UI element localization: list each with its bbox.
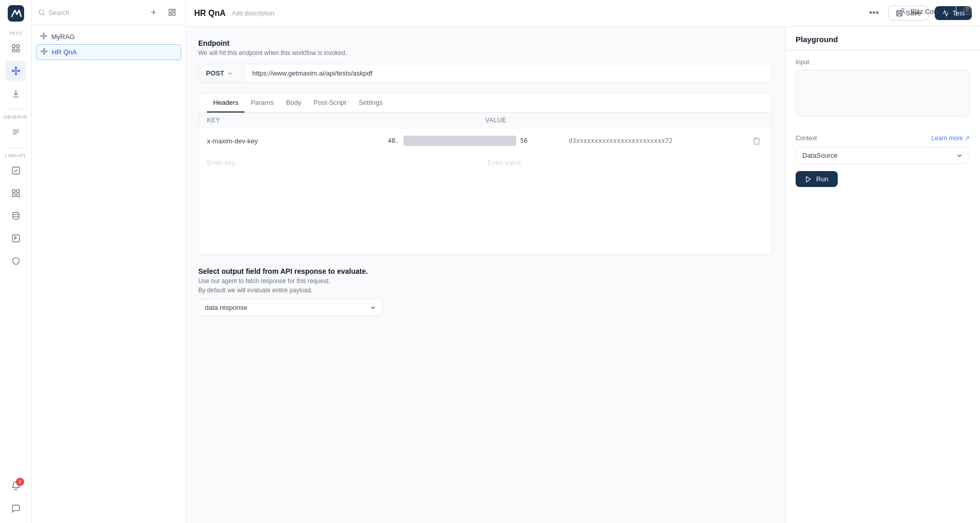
- output-field-label: data.response: [205, 304, 247, 311]
- notification-badge-count: 3: [16, 478, 24, 486]
- playground-title: Playground: [796, 35, 970, 44]
- svg-point-36: [46, 35, 47, 36]
- add-item-button[interactable]: [146, 5, 161, 20]
- search-icon: [38, 9, 45, 16]
- method-label: POST: [206, 69, 224, 77]
- global-topbar: Blitz Corp: [890, 0, 980, 23]
- app-logo: [7, 4, 25, 23]
- endpoint-url-input[interactable]: [245, 64, 772, 82]
- svg-point-45: [46, 51, 47, 52]
- svg-rect-19: [16, 190, 19, 192]
- more-options-button[interactable]: •••: [866, 6, 882, 21]
- tab-settings[interactable]: Settings: [352, 94, 389, 113]
- tree-item-hrqna-label: HR QnA: [52, 48, 77, 56]
- endpoint-desc: We will hit this endpoint when this work…: [198, 49, 772, 57]
- sidebar-grid-icon[interactable]: [6, 183, 26, 203]
- svg-point-44: [41, 51, 42, 52]
- file-sidebar: MyRAG HR QnA: [32, 0, 186, 523]
- sidebar-test-icon[interactable]: [6, 38, 26, 59]
- sidebar-db-icon[interactable]: [6, 206, 26, 226]
- svg-point-34: [43, 38, 44, 39]
- search-wrapper: [38, 9, 142, 16]
- sidebar-messages-icon[interactable]: [6, 498, 26, 519]
- org-name: Blitz Corp: [911, 8, 939, 15]
- svg-rect-2: [16, 45, 19, 47]
- delete-header-button[interactable]: [749, 134, 764, 148]
- sidebar-shield-icon[interactable]: [6, 251, 26, 271]
- svg-point-8: [12, 70, 13, 72]
- sidebar-observe-logs-icon[interactable]: [6, 122, 26, 142]
- table-header-row: Key Value: [199, 113, 772, 128]
- right-panel-header: Playground: [785, 27, 980, 50]
- svg-point-9: [18, 70, 20, 72]
- svg-line-25: [43, 14, 45, 15]
- sidebar-notification-icon[interactable]: 3: [6, 476, 26, 496]
- output-chevron-icon: [369, 304, 376, 311]
- tab-body[interactable]: Body: [280, 94, 308, 113]
- run-button[interactable]: Run: [796, 171, 838, 187]
- method-select[interactable]: POST: [199, 64, 245, 82]
- output-desc1: Use our agent to fetch response for this…: [198, 277, 772, 285]
- table-empty-space: [199, 172, 772, 254]
- tab-headers[interactable]: Headers: [207, 94, 244, 113]
- library-section-label: LIBRARY: [5, 153, 27, 158]
- tree-item-myrag-label: MyRAG: [51, 33, 75, 41]
- output-title: Select output field from API response to…: [198, 267, 772, 275]
- sidebar-func-icon[interactable]: [6, 228, 26, 249]
- layout-icon: [168, 8, 176, 16]
- run-icon: [805, 176, 812, 183]
- headers-table: Key Value x-maxim-dev-key 48. 56 d3xxxxx…: [199, 113, 772, 254]
- trash-icon: [752, 137, 761, 145]
- output-field-select[interactable]: data.response: [198, 299, 383, 316]
- datasource-chevron-icon: [956, 152, 963, 159]
- output-section: Select output field from API response to…: [198, 267, 772, 316]
- svg-point-51: [966, 9, 969, 12]
- editor-panel: Endpoint We will hit this endpoint when …: [186, 27, 785, 523]
- header-value-cell: 48. 56: [388, 136, 564, 146]
- tab-params[interactable]: Params: [244, 94, 280, 113]
- svg-point-43: [44, 53, 45, 54]
- new-value-input[interactable]: [487, 159, 764, 166]
- sidebar-download-icon[interactable]: [6, 83, 26, 104]
- tree-item-hrqna-icon: [41, 48, 48, 57]
- svg-rect-18: [12, 190, 15, 192]
- output-desc2: By default we will evaluate entire paylo…: [198, 287, 772, 294]
- new-key-input[interactable]: [207, 159, 483, 166]
- tree-item-hrqna[interactable]: HR QnA: [36, 44, 181, 60]
- value-suffix: 56: [520, 137, 527, 144]
- tabs-header: Headers Params Body Post-Script Settings: [199, 94, 772, 113]
- svg-rect-29: [173, 9, 175, 11]
- tab-post-script[interactable]: Post-Script: [308, 94, 353, 113]
- sidebar-network-icon[interactable]: [6, 61, 26, 81]
- svg-rect-28: [169, 9, 172, 12]
- observe-section-label: OBSERVE: [4, 115, 28, 120]
- input-textarea[interactable]: [796, 70, 970, 116]
- input-section: Input: [785, 50, 980, 126]
- search-input[interactable]: [48, 9, 142, 16]
- datasource-select[interactable]: DataSource: [796, 147, 970, 164]
- method-chevron-icon: [227, 70, 233, 77]
- svg-point-32: [43, 35, 45, 37]
- add-description-link[interactable]: Add description: [232, 10, 274, 17]
- blurred-value: [403, 136, 516, 146]
- svg-point-6: [15, 67, 16, 69]
- value-after-text: d3xxxxxxxxxxxxxxxxxxxxxxxx72: [569, 137, 745, 144]
- input-label: Input: [796, 59, 970, 66]
- svg-rect-31: [169, 14, 172, 15]
- tree-item-myrag[interactable]: MyRAG: [36, 29, 181, 44]
- sidebar-check-icon[interactable]: [6, 160, 26, 181]
- learn-more-link[interactable]: Learn more ↗: [931, 135, 970, 142]
- svg-rect-30: [173, 12, 175, 15]
- svg-point-5: [14, 70, 17, 72]
- endpoint-title: Endpoint: [198, 39, 772, 47]
- settings-icon-button[interactable]: [963, 6, 972, 17]
- svg-rect-3: [12, 49, 15, 52]
- context-section: Context Learn more ↗ DataSource Run: [785, 126, 980, 195]
- svg-rect-20: [12, 194, 15, 197]
- svg-point-33: [43, 33, 44, 34]
- svg-point-41: [43, 50, 45, 52]
- layout-toggle-button[interactable]: [165, 5, 179, 20]
- svg-point-24: [39, 10, 44, 14]
- main-header: HR QnA Add description ••• Save Test: [186, 0, 980, 27]
- workspace: Endpoint We will hit this endpoint when …: [186, 27, 980, 523]
